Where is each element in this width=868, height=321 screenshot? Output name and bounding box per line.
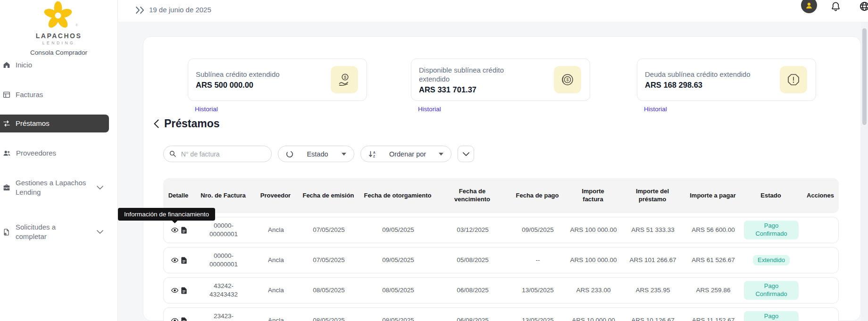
- person-icon: [804, 0, 814, 10]
- fecha-otorgamiento: 08/05/2025: [359, 316, 437, 321]
- filters-bar: Estado A Z Ordenar por: [163, 146, 474, 162]
- invoice-document-icon[interactable]: [181, 227, 187, 234]
- fecha-pago: 13/05/2025: [508, 286, 568, 295]
- svg-text:$: $: [566, 77, 568, 82]
- people-icon: [2, 149, 11, 157]
- svg-text:Z: Z: [373, 155, 375, 158]
- sidebar-item-facturas[interactable]: Facturas: [0, 86, 118, 104]
- column-header: Fecha de otorgamiento: [359, 192, 437, 200]
- current-date: 19 de junio de 2025: [149, 6, 211, 14]
- invoice-number: 00000-00000001: [203, 222, 244, 238]
- status-badge: Extendido: [753, 255, 790, 266]
- provider: Ancla: [253, 256, 299, 264]
- brand-subname: LENDING: [0, 41, 117, 45]
- fecha-otorgamiento: 09/05/2025: [359, 226, 437, 234]
- card: Deuda sublínea crédito extendido ARS 168…: [637, 58, 816, 101]
- sidebar-item-inicio[interactable]: Inicio: [0, 56, 118, 74]
- view-detail-eye-icon[interactable]: [171, 288, 178, 293]
- summary-card-disponible: Disponible sublínea crédito extendido AR…: [411, 58, 590, 113]
- search-input[interactable]: [180, 150, 266, 158]
- caret-down-icon: [342, 153, 346, 156]
- invoice-document-icon[interactable]: [181, 287, 187, 294]
- card-value: ARS 168 298.63: [645, 81, 780, 90]
- table-header: Detalle Nro. de Factura Proveedor Fecha …: [163, 178, 839, 213]
- column-header: Estado: [740, 192, 802, 200]
- provider: Ancla: [253, 226, 299, 234]
- importe-prestamo: ARS 10 126.67: [619, 316, 686, 321]
- back-chevron-icon[interactable]: [154, 119, 159, 128]
- content-panel: Sublínea crédito extendido ARS 500 000.0…: [143, 36, 861, 321]
- importe-factura: ARS 100 000.00: [568, 226, 619, 234]
- fecha-vencimiento: 05/08/2025: [437, 256, 508, 264]
- status-badge: Pago Confirmado: [744, 221, 799, 239]
- sidebar: ® LAPACHOS LENDING Consola Comprador Ini…: [0, 0, 118, 321]
- loans-table: Detalle Nro. de Factura Proveedor Fecha …: [163, 178, 839, 321]
- provider: Ancla: [253, 286, 299, 295]
- transfer-arrows-icon: [2, 119, 11, 128]
- invoice-document-icon[interactable]: [181, 257, 187, 264]
- notifications-bell-icon[interactable]: [830, 1, 841, 14]
- fecha-emision: 08/05/2025: [299, 316, 359, 321]
- scrollbar-thumb[interactable]: [862, 28, 867, 125]
- fecha-pago: --: [508, 256, 568, 264]
- avatar[interactable]: [801, 0, 817, 13]
- view-detail-eye-icon[interactable]: [171, 227, 178, 233]
- table-row: 43242-43243432 Ancla 08/05/2025 08/05/20…: [163, 277, 839, 304]
- sidebar-expand-icon[interactable]: [135, 6, 145, 16]
- column-header: Importe del préstamo: [619, 188, 686, 204]
- estado-filter-dropdown[interactable]: Estado: [278, 146, 354, 162]
- home-icon: [2, 61, 11, 69]
- invoice-search-field[interactable]: [163, 146, 272, 162]
- chevron-down-icon: [97, 186, 103, 189]
- alert-octagon-icon: [780, 66, 807, 93]
- view-detail-eye-icon[interactable]: [171, 318, 178, 321]
- sidebar-item-prestamos[interactable]: Préstamos: [0, 115, 109, 132]
- ordenar-filter-dropdown[interactable]: A Z Ordenar por: [360, 146, 451, 162]
- column-header: Acciones: [802, 192, 839, 200]
- view-detail-eye-icon[interactable]: [171, 257, 178, 263]
- app-root: ® LAPACHOS LENDING Consola Comprador Ini…: [0, 0, 868, 321]
- column-header: Detalle: [163, 192, 193, 200]
- card-title: Sublínea crédito extendido: [196, 70, 303, 79]
- sidebar-item-solicitudes[interactable]: Solicitudes a completar: [0, 221, 118, 243]
- card-title: Deuda sublínea crédito extendido: [645, 70, 752, 79]
- fecha-emision: 07/05/2025: [299, 226, 359, 234]
- chevron-down-icon: [97, 230, 103, 234]
- svg-text:®: ®: [75, 24, 78, 27]
- summary-card-deuda: Deuda sublínea crédito extendido ARS 168…: [637, 58, 816, 113]
- fecha-vencimiento: 06/08/2025: [437, 316, 508, 321]
- table-row: 23423-23423423 Ancla 08/05/2025 08/05/20…: [163, 307, 839, 321]
- fecha-otorgamiento: 09/05/2025: [359, 256, 437, 264]
- fecha-emision: 08/05/2025: [299, 286, 359, 295]
- ordenar-label: Ordenar por: [389, 150, 426, 158]
- more-filters-button[interactable]: [458, 146, 474, 162]
- language-globe-icon[interactable]: [859, 1, 868, 14]
- invoice-number: 23423-23423423: [203, 312, 244, 321]
- card: Disponible sublínea crédito extendido AR…: [411, 58, 590, 101]
- column-header: Importe a pagar: [686, 192, 740, 200]
- importe-prestamo: ARS 51 333.33: [619, 226, 686, 234]
- search-icon: [169, 150, 176, 158]
- historial-link[interactable]: Historial: [418, 106, 441, 113]
- importe-prestamo: ARS 235.95: [619, 286, 686, 295]
- lapachos-flower-icon: ®: [39, 1, 79, 30]
- invoices-table-icon: [2, 91, 11, 99]
- fecha-pago: 13/05/2025: [508, 316, 568, 321]
- estado-label: Estado: [307, 150, 328, 158]
- sidebar-item-proveedores[interactable]: Proveedores: [0, 144, 118, 162]
- sidebar-item-gestiones[interactable]: Gestiones a Lapachos Lending: [0, 176, 118, 199]
- status-badge: Pago Confirmado: [744, 311, 799, 321]
- page-title: Préstamos: [154, 117, 220, 130]
- file-check-icon: [2, 228, 11, 237]
- column-header: Fecha de pago: [508, 192, 567, 200]
- importe-pagar: ARS 11 152.67: [686, 316, 740, 321]
- fecha-vencimiento: 06/08/2025: [437, 286, 508, 295]
- invoice-document-icon[interactable]: [181, 317, 187, 321]
- historial-link[interactable]: Historial: [644, 106, 667, 113]
- topbar: 19 de junio de 2025: [118, 0, 868, 22]
- status-circle-icon: [286, 150, 293, 158]
- fecha-vencimiento: 03/12/2025: [437, 226, 508, 234]
- historial-link[interactable]: Historial: [195, 106, 218, 113]
- fecha-pago: 09/05/2025: [508, 226, 568, 234]
- importe-factura: ARS 10 000.00: [568, 316, 619, 321]
